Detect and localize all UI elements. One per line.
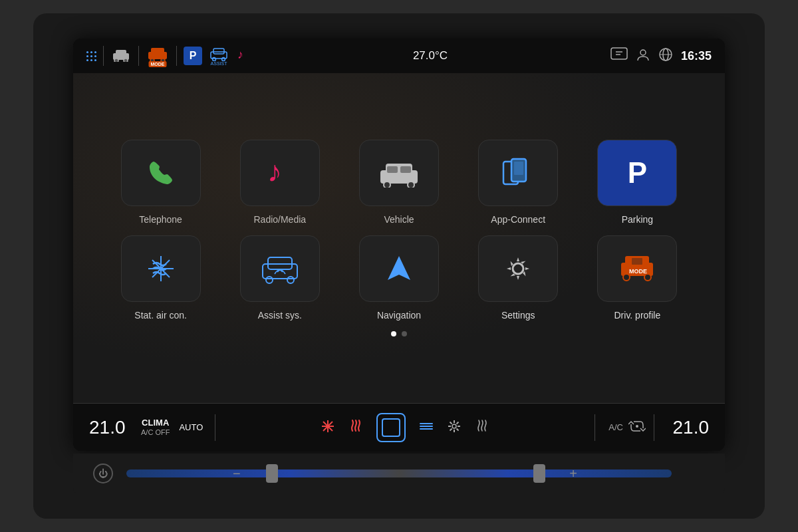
app-tile-drivprofile[interactable]: MODE Driv. profile [583, 235, 692, 321]
time-display: 16:35 [681, 49, 712, 63]
vehicle-label: Vehicle [384, 214, 414, 225]
drivprofile-icon-box: MODE [597, 235, 677, 302]
svg-rect-25 [387, 166, 398, 173]
assist-icon-box [240, 235, 320, 302]
navigation-label: Navigation [377, 310, 421, 321]
status-right-icons: 16:35 [610, 47, 712, 65]
fan-left-icon[interactable] [321, 419, 335, 436]
left-temp-display: 21.0 [89, 417, 136, 438]
radio-label: Radio/Media [253, 214, 306, 225]
aircon-icon-box [121, 235, 201, 302]
slider-right-handle[interactable] [533, 464, 545, 483]
vehicle-icon-box [359, 140, 439, 206]
svg-point-53 [452, 424, 456, 428]
svg-point-2 [114, 59, 118, 62]
radio-icon-box: ♪ [240, 140, 320, 206]
svg-text:♪: ♪ [267, 155, 282, 188]
assist-status-icon[interactable]: ASSIST [209, 47, 229, 66]
app-tile-aircon[interactable]: Stat. air con. [106, 235, 215, 321]
fan-right-icon[interactable] [447, 419, 462, 436]
app-grid: Telephone ♪ Radio/Media [106, 140, 692, 321]
slider-left-handle[interactable] [266, 464, 278, 483]
svg-point-3 [124, 59, 128, 62]
power-button[interactable]: ⏻ [93, 464, 113, 483]
page-dot-2[interactable] [402, 331, 407, 336]
parking-label: Parking [622, 214, 653, 225]
settings-icon-box [478, 235, 558, 302]
app-tile-telephone[interactable]: Telephone [106, 140, 215, 225]
climate-bar: 21.0 CLIMA A/C OFF AUTO [73, 403, 725, 451]
svg-line-59 [457, 428, 459, 430]
svg-line-60 [457, 422, 459, 424]
car-surround: MODE P ASSIST [33, 13, 765, 519]
app-tile-assist[interactable]: Assist sys. [225, 235, 334, 321]
music-status-icon[interactable]: ♪ [235, 47, 250, 65]
climate-controls [223, 413, 587, 442]
parking-status-icon[interactable]: P [184, 47, 202, 65]
svg-point-43 [644, 274, 651, 281]
climate-divider-3 [654, 414, 654, 441]
navigation-icon-box [359, 235, 439, 302]
svg-text:MODE: MODE [629, 268, 647, 275]
screen: MODE P ASSIST [73, 39, 725, 451]
page-dot-1[interactable] [391, 331, 396, 336]
clima-label: CLIMA A/C OFF [141, 418, 170, 437]
main-content: Telephone ♪ Radio/Media [73, 73, 725, 403]
svg-point-42 [623, 274, 630, 281]
svg-rect-44 [632, 258, 642, 265]
telephone-icon-box [121, 140, 201, 206]
app-tile-appconnect[interactable]: App-Connect [464, 140, 573, 225]
svg-point-10 [213, 57, 216, 61]
minus-button[interactable]: − [233, 466, 241, 481]
svg-rect-1 [116, 50, 126, 55]
grid-icon[interactable] [86, 51, 96, 61]
home-button[interactable] [376, 413, 406, 442]
telephone-label: Telephone [139, 214, 182, 225]
svg-point-11 [222, 57, 225, 61]
status-bar: MODE P ASSIST [73, 39, 725, 73]
status-left-icons: MODE P ASSIST [86, 46, 250, 66]
climate-divider-2 [595, 414, 595, 441]
app-tile-settings[interactable]: Settings [464, 235, 573, 321]
app-tile-radio[interactable]: ♪ Radio/Media [225, 140, 334, 225]
svg-text:♪: ♪ [237, 48, 243, 61]
svg-point-23 [384, 182, 390, 188]
mode-car-icon[interactable]: MODE [146, 46, 170, 66]
divider-2 [138, 46, 139, 66]
svg-point-62 [636, 425, 638, 428]
drivprofile-label: Driv. profile [614, 310, 661, 321]
svg-rect-9 [213, 49, 224, 54]
settings-label: Settings [501, 310, 535, 321]
home-button-inner [382, 418, 400, 437]
page-dots [391, 331, 407, 336]
app-tile-vehicle[interactable]: Vehicle [344, 140, 453, 225]
svg-rect-26 [400, 166, 411, 173]
profile-icon[interactable] [636, 47, 650, 65]
svg-rect-5 [151, 48, 164, 55]
auto-label: AUTO [179, 422, 203, 432]
parking-icon-box: P [597, 140, 677, 206]
svg-marker-38 [388, 256, 410, 280]
car-icon[interactable] [110, 47, 132, 65]
divider-1 [103, 46, 104, 66]
heat-left-icon[interactable] [348, 419, 363, 436]
assist-label: Assist sys. [258, 310, 302, 321]
svg-rect-29 [514, 162, 523, 175]
plus-button[interactable]: + [569, 466, 577, 481]
aircon-label: Stat. air con. [134, 310, 187, 321]
status-center: 27.0°C [255, 49, 605, 63]
svg-point-16 [640, 50, 646, 55]
physical-controls: ⏻ − + [73, 454, 725, 493]
heat-right-icon[interactable] [475, 419, 489, 436]
app-tile-parking[interactable]: P Parking [583, 140, 692, 225]
svg-line-61 [450, 428, 452, 430]
menu-icon[interactable] [419, 419, 434, 436]
climate-divider-1 [215, 414, 215, 441]
right-temp-display: 21.0 [662, 417, 709, 438]
svg-rect-13 [611, 48, 627, 59]
globe-icon[interactable] [658, 47, 673, 65]
app-tile-navigation[interactable]: Navigation [344, 235, 453, 321]
recirculate-icon[interactable] [628, 419, 646, 436]
message-icon[interactable] [610, 47, 628, 65]
svg-point-36 [266, 277, 273, 283]
